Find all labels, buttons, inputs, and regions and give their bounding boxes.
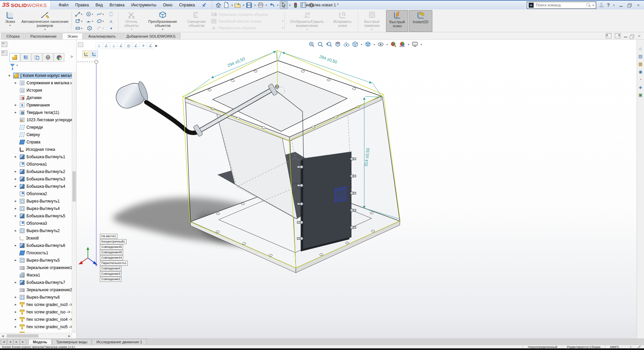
- task-pane-icon[interactable]: ⌂: [639, 46, 642, 51]
- tree-expander-icon[interactable]: ▶: [15, 200, 19, 203]
- model-canvas[interactable]: 294 ±0,50 294 ±0,50 314 ±0,50: [76, 40, 637, 339]
- tree-item[interactable]: ▶Бобышка-Вытянуть3: [0, 175, 72, 183]
- tab-configurationmanager[interactable]: [32, 53, 42, 62]
- task-pane-icon[interactable]: ◈: [639, 85, 642, 90]
- spline-tool[interactable]: [97, 11, 102, 17]
- sketch-button[interactable]: Эскиз ▾: [1, 10, 19, 32]
- tree-item[interactable]: История: [0, 87, 72, 94]
- tree-item[interactable]: ▶Твердые тела(11): [0, 109, 72, 116]
- restore-button[interactable]: [627, 2, 633, 8]
- panel-flyout-icon[interactable]: [1, 42, 7, 47]
- display-relations-button[interactable]: Отобразить/Скрыть взаимосвязи ▾: [286, 10, 328, 32]
- rollback-handle[interactable]: [95, 60, 98, 63]
- sheet-tab[interactable]: Трехмерные виды: [52, 339, 92, 345]
- dimension-label[interactable]: 294 ±0,50: [227, 56, 246, 68]
- tree-item[interactable]: Сверху: [0, 131, 72, 138]
- spline-dropdown[interactable]: ▾: [102, 13, 104, 16]
- task-pane-icon[interactable]: ◉: [639, 70, 642, 74]
- zoom-to-fit-icon[interactable]: [308, 41, 315, 48]
- display-style-icon[interactable]: [364, 41, 372, 48]
- options-gear-button[interactable]: [308, 1, 315, 9]
- new-dropdown[interactable]: ▾: [231, 4, 233, 7]
- sheet-nav-icon[interactable]: ◀: [7, 339, 13, 345]
- view-orientation-dropdown[interactable]: ▾: [360, 43, 363, 46]
- trim-entities-button[interactable]: Отсечь объекты ▾: [119, 10, 144, 32]
- exit-sketch-icon[interactable]: [83, 50, 90, 58]
- tree-item[interactable]: ▶Вырез-Вытянуть5: [0, 257, 72, 264]
- hide-show-dropdown[interactable]: ▾: [386, 43, 388, 46]
- print-dropdown[interactable]: ▾: [265, 4, 268, 7]
- tree-item[interactable]: Оболочка3: [0, 220, 72, 227]
- tree-expander-icon[interactable]: ▶: [15, 303, 19, 306]
- view-settings-icon[interactable]: [411, 41, 419, 48]
- tree-expander-icon[interactable]: ▶: [15, 318, 19, 321]
- command-tab[interactable]: Сборка: [1, 33, 24, 39]
- collapse-left-pane-icon[interactable]: [606, 33, 611, 38]
- trim-dropdown[interactable]: ▾: [131, 28, 132, 31]
- sheet-tab[interactable]: Исследование движения 1: [92, 339, 146, 345]
- viewport-corner-icon[interactable]: [78, 42, 83, 47]
- tree-expander-icon[interactable]: ▶: [15, 170, 19, 173]
- menu-item[interactable]: Справка: [176, 1, 198, 9]
- tree-expander-icon[interactable]: ▶: [15, 296, 19, 299]
- select-dropdown[interactable]: ▾: [288, 4, 291, 7]
- ellipse-dropdown[interactable]: ▾: [102, 20, 104, 23]
- tree-item[interactable]: ▶Бобышка-Вытянуть5: [0, 212, 72, 220]
- tree-expander-icon[interactable]: ▶: [15, 156, 19, 158]
- tree-item[interactable]: ▶Бобышка-Вытянуть7: [0, 279, 72, 286]
- tree-filter[interactable]: ▾: [10, 64, 18, 67]
- linear-pattern-dropdown[interactable]: ▾: [282, 20, 283, 23]
- status-units[interactable]: ММГС: [605, 345, 624, 348]
- point-tool[interactable]: [108, 26, 114, 31]
- rectangle-dropdown[interactable]: ▾: [81, 20, 82, 23]
- undo-dropdown[interactable]: ▾: [276, 4, 279, 7]
- command-tab[interactable]: Анализировать: [83, 33, 120, 39]
- doc-minimize-icon[interactable]: [624, 37, 627, 38]
- section-view-icon[interactable]: [334, 41, 341, 48]
- circle-tool[interactable]: [86, 11, 91, 17]
- annotation-visibility-icon[interactable]: A: [343, 41, 350, 48]
- tree-expander-icon[interactable]: ▶: [15, 325, 19, 328]
- relation-icon[interactable]: ∠: [132, 42, 139, 49]
- tree-item[interactable]: Исходная точка: [0, 146, 72, 153]
- doc-close-icon[interactable]: ×: [638, 34, 641, 38]
- tree-expander-icon[interactable]: ▶: [15, 82, 19, 84]
- sketch-dropdown[interactable]: ▾: [9, 24, 11, 27]
- save-button[interactable]: [246, 1, 253, 9]
- display-style-dropdown[interactable]: ▾: [373, 43, 376, 46]
- evaluate-button[interactable]: [300, 1, 307, 9]
- hide-show-items-icon[interactable]: [377, 41, 384, 48]
- tree-expander-icon[interactable]: ▶: [15, 215, 19, 217]
- search-input[interactable]: [535, 3, 585, 7]
- tree-expander-icon[interactable]: ▶: [15, 104, 19, 106]
- select-tool-button[interactable]: [280, 1, 288, 9]
- smart-dimension-button[interactable]: Автоматическое нанесение размеров ▾: [19, 10, 70, 32]
- sheet-nav-icon[interactable]: ▶: [13, 339, 20, 345]
- task-pane-icon[interactable]: ▤: [638, 54, 642, 59]
- move-box-tool[interactable]: [108, 11, 114, 17]
- close-button[interactable]: ×: [635, 2, 641, 8]
- view-settings-dropdown[interactable]: ▾: [420, 43, 423, 46]
- display-relations-dropdown[interactable]: ▾: [306, 28, 308, 31]
- filter-dropdown[interactable]: ▾: [16, 64, 18, 67]
- tree-expander-icon[interactable]: ▶: [15, 178, 19, 180]
- tree-item[interactable]: Справа: [0, 138, 72, 146]
- graphics-viewport[interactable]: 294 ±0,50 294 ±0,50 314 ±0,50: [76, 40, 637, 339]
- sheet-tab[interactable]: Модель: [29, 339, 52, 345]
- tree-item[interactable]: ▶Примечания: [0, 101, 72, 109]
- tree-item[interactable]: ▶Сопряжения в мигалка нова: [0, 79, 72, 87]
- view-orientation-icon[interactable]: [352, 41, 359, 48]
- hscroll-thumb[interactable]: [7, 334, 39, 338]
- task-pane-icon[interactable]: ▦: [638, 62, 642, 67]
- relation-icon[interactable]: ∠: [103, 42, 110, 49]
- tree-expander-icon[interactable]: ▶: [15, 185, 19, 188]
- mate-callout[interactable]: Совпадение4: [100, 266, 121, 271]
- mate-callout[interactable]: Совпадение46: [100, 245, 123, 250]
- tree-item[interactable]: ▶hex screw gradec_iso -> (ISO 4: [0, 308, 72, 316]
- menu-item[interactable]: Файл: [55, 1, 72, 9]
- tree-item[interactable]: Плоскость1: [0, 249, 72, 257]
- command-search[interactable]: ▸ ▾: [527, 2, 596, 9]
- dimension-label[interactable]: 294 ±0,50: [319, 54, 338, 64]
- menu-item[interactable]: Правка: [72, 1, 92, 9]
- tree-item[interactable]: ▶hex screw gradec_iso5 -> (ISO: [0, 323, 72, 331]
